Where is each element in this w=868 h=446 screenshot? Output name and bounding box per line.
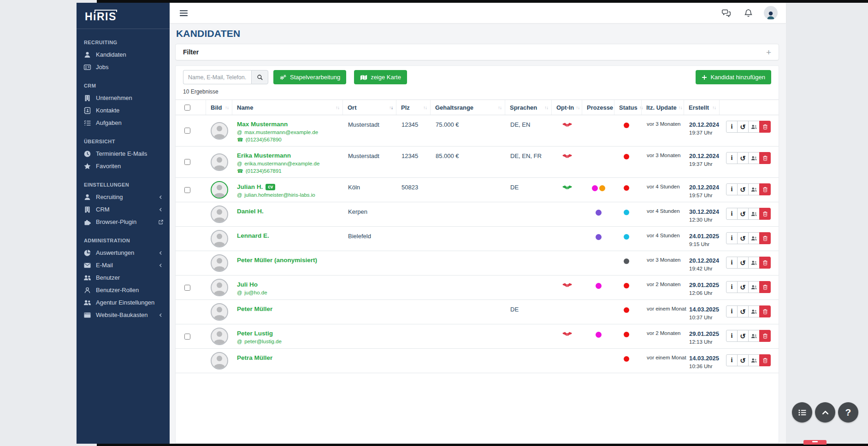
candidate-name-link[interactable]: Peter Lustig [237, 330, 273, 337]
row-checkbox[interactable] [184, 128, 190, 134]
sidebar-item-e-mail[interactable]: E-Mail [77, 259, 170, 271]
trash-button[interactable] [759, 121, 771, 133]
sort-icon[interactable]: ↑↓ [679, 105, 682, 110]
column-header-status[interactable]: Status ↑↓ [614, 100, 642, 115]
candidate-phone[interactable]: ☎ (01234)567891 [237, 168, 339, 174]
people-button[interactable] [748, 121, 760, 133]
candidate-name-link[interactable]: Erika Mustermann [237, 152, 291, 159]
sort-icon[interactable]: ↑↓ [576, 105, 579, 110]
column-header-bild[interactable]: Bild ↑↓ [206, 100, 232, 115]
history-button[interactable]: ↺ [737, 257, 749, 269]
sidebar-item-kontakte[interactable]: Kontakte [77, 104, 170, 117]
people-button[interactable] [748, 281, 760, 293]
row-checkbox[interactable] [184, 159, 190, 165]
people-button[interactable] [748, 330, 760, 342]
user-avatar[interactable] [764, 6, 778, 20]
brand-logo[interactable]: HiRIS [77, 3, 170, 29]
candidate-email[interactable]: @ max.mustermann@example.de [237, 129, 339, 135]
people-button[interactable] [748, 305, 760, 317]
avatar[interactable] [211, 181, 228, 199]
cv-badge[interactable]: cv [266, 184, 275, 190]
filter-panel[interactable]: Filter + [175, 44, 779, 60]
sort-icon[interactable]: ↑↓ [389, 105, 392, 110]
avatar[interactable] [211, 279, 228, 296]
history-button[interactable]: ↺ [737, 281, 749, 293]
sidebar-item-jobs[interactable]: Jobs [77, 61, 170, 73]
sidebar-item-benutzer[interactable]: Benutzer [77, 271, 170, 284]
candidate-email[interactable]: @ ju@ho.de [237, 290, 339, 295]
history-button[interactable]: ↺ [737, 208, 749, 220]
trash-button[interactable] [759, 354, 771, 366]
history-button[interactable]: ↺ [737, 232, 749, 244]
sidebar-item-benutzer-rollen[interactable]: Benutzer-Rollen [77, 284, 170, 296]
history-button[interactable]: ↺ [737, 121, 749, 133]
trash-button[interactable] [759, 305, 771, 317]
sidebar-item-auswertungen[interactable]: Auswertungen [77, 246, 170, 259]
people-button[interactable] [748, 183, 760, 195]
people-button[interactable] [748, 354, 760, 366]
avatar[interactable] [211, 205, 228, 223]
sidebar-item-aufgaben[interactable]: Aufgaben [77, 117, 170, 129]
column-header-gehaltsrange[interactable]: Gehaltsrange ↑↓ [431, 100, 505, 115]
candidate-name-link[interactable]: Juli Ho [237, 281, 258, 288]
history-button[interactable]: ↺ [737, 183, 749, 195]
menu-toggle-icon[interactable] [180, 10, 188, 17]
info-button[interactable]: i [726, 281, 738, 293]
info-button[interactable]: i [726, 121, 738, 133]
fab-list[interactable] [792, 402, 812, 423]
add-candidate-button[interactable]: Kandidat hinzufügen [696, 70, 771, 84]
candidate-email[interactable]: @ peter@lustig.de [237, 339, 339, 344]
people-button[interactable] [748, 152, 760, 164]
avatar[interactable] [211, 303, 228, 321]
people-button[interactable] [748, 208, 760, 220]
sidebar-item-browser-plugin[interactable]: Browser-Plugin [77, 216, 170, 228]
sidebar-item-terminierte-e-mails[interactable]: Terminierte E-Mails [77, 147, 170, 160]
sort-icon[interactable]: ↑↓ [544, 105, 548, 110]
sidebar-item-recruiting[interactable]: Recruiting [77, 191, 170, 203]
search-button[interactable] [251, 70, 268, 84]
sidebar-item-unternehmen[interactable]: Unternehmen [77, 92, 170, 104]
trash-button[interactable] [759, 208, 771, 220]
people-button[interactable] [748, 257, 760, 269]
sidebar-item-kandidaten[interactable]: Kandidaten [77, 48, 170, 61]
people-button[interactable] [748, 232, 760, 244]
sidebar-item-favoriten[interactable]: Favoriten [77, 160, 170, 172]
avatar[interactable] [211, 230, 228, 247]
info-button[interactable]: i [726, 330, 738, 342]
candidate-name-link[interactable]: Julian H. [237, 183, 263, 190]
row-checkbox[interactable] [184, 187, 190, 193]
column-header-plz[interactable]: Plz ↑↓ [396, 100, 431, 115]
candidate-name-link[interactable]: Peter Müller [237, 305, 272, 312]
trash-button[interactable] [759, 281, 771, 293]
candidate-name-link[interactable]: Max Mustermann [237, 121, 288, 128]
notifications-icon[interactable] [744, 9, 753, 18]
candidate-email[interactable]: @ julian.hofmeister@hiris-labs.io [237, 192, 339, 198]
column-header-ort[interactable]: Ort ↑↓ [343, 100, 396, 115]
candidate-phone[interactable]: ☎ (01234)567890 [237, 137, 339, 142]
column-header-name[interactable]: Name ↑↓ [232, 100, 343, 115]
avatar[interactable] [211, 352, 228, 370]
info-button[interactable]: i [726, 183, 738, 195]
select-all-checkbox[interactable] [184, 105, 190, 111]
messages-icon[interactable] [721, 9, 731, 18]
history-button[interactable]: ↺ [737, 305, 749, 317]
avatar[interactable] [211, 328, 228, 345]
filter-expand-icon[interactable]: + [766, 48, 771, 57]
info-button[interactable]: i [726, 354, 738, 366]
sort-icon[interactable]: ↑↓ [423, 105, 426, 110]
sort-icon[interactable]: ↑↓ [336, 105, 339, 110]
info-button[interactable]: i [726, 305, 738, 317]
history-button[interactable]: ↺ [737, 354, 749, 366]
info-button[interactable]: i [726, 257, 738, 269]
fab-question[interactable]: ? [838, 402, 858, 423]
history-button[interactable]: ↺ [737, 152, 749, 164]
trash-button[interactable] [759, 257, 771, 269]
trash-button[interactable] [759, 183, 771, 195]
trash-button[interactable] [759, 232, 771, 244]
search-input[interactable] [183, 70, 251, 84]
row-checkbox[interactable] [184, 334, 190, 340]
sidebar-item-agentur-einstellungen[interactable]: Agentur Einstellungen [77, 296, 170, 309]
sidebar-item-website-baukasten[interactable]: Website-Baukasten [77, 309, 170, 321]
sort-icon[interactable]: ↑↓ [498, 105, 501, 110]
avatar[interactable] [211, 254, 228, 272]
